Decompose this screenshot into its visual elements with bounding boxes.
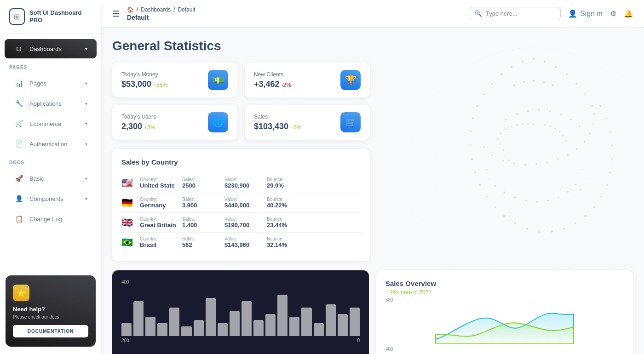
country-col-name: Country: United State (140, 177, 177, 189)
sidebar-item-pages[interactable]: 📊 Pages ▾ (5, 74, 97, 93)
sidebar-item-changelog[interactable]: 📋 Change Log (5, 209, 97, 228)
svg-point-79 (523, 81, 525, 83)
country-col-sales: Sales: 562 (182, 236, 219, 248)
svg-point-42 (502, 160, 504, 162)
chevron-down-icon: ▾ (85, 121, 87, 126)
svg-point-1 (434, 75, 633, 274)
svg-point-29 (574, 222, 576, 224)
stat-change-clients: -2% (282, 82, 291, 88)
documentation-button[interactable]: DOCUMENTATION (13, 325, 88, 337)
svg-point-48 (567, 154, 569, 156)
bar (206, 298, 216, 336)
breadcrumb-separator2: / (173, 6, 175, 13)
components-icon: 👤 (14, 194, 24, 204)
sidebar-item-dashboards[interactable]: ⊟ Dashboards ▾ (5, 39, 97, 58)
sidebar-item-ecommerce[interactable]: 🛒 Ecommerce ▾ (5, 114, 97, 133)
bar (230, 311, 240, 336)
sidebar-nav: ⊟ Dashboards ▾ PAGES 📊 Pages ▾ 🔧 Applica… (0, 34, 101, 268)
country-col-sales: Sales: 2500 (182, 177, 219, 189)
country-col-bounce: Bounce: 40.22% (267, 197, 304, 209)
search-box[interactable]: 🔍 (469, 7, 561, 20)
breadcrumb-separator: / (137, 6, 138, 13)
signin-button[interactable]: 👤 Sign in (568, 9, 603, 18)
logo-icon: ⊞ (9, 8, 25, 25)
bottom-charts-row: 400 200 0 Sales Overview ↑ 4% more in 20… (112, 270, 633, 354)
svg-point-2 (533, 58, 535, 60)
svg-point-57 (538, 109, 540, 111)
svg-point-64 (514, 196, 516, 198)
basic-icon: 🚀 (14, 173, 24, 183)
trophy-icon: 🏆 (340, 70, 361, 90)
svg-point-4 (555, 66, 557, 69)
svg-point-38 (605, 117, 607, 120)
bar (277, 295, 288, 336)
svg-point-19 (474, 171, 476, 174)
svg-point-77 (542, 81, 545, 83)
svg-point-80 (513, 84, 516, 86)
applications-icon: 🔧 (14, 98, 24, 108)
sidebar-item-label: Basic (29, 175, 80, 182)
sidebar: ⊞ Soft UI Dashboard PRO ⊟ Dashboards ▾ P… (0, 0, 101, 354)
country-col-value: Value: $440,000 (224, 197, 261, 209)
settings-button[interactable]: ⚙ (610, 9, 616, 18)
chevron-down-icon: ▾ (85, 196, 87, 201)
nav-section-docs: DOCS (0, 154, 101, 168)
stat-change-sales: +5% (290, 124, 301, 131)
help-box-title: Need help? (13, 306, 88, 313)
sidebar-item-authentication[interactable]: 📄 Authentication ▾ (5, 134, 97, 154)
svg-point-92 (508, 160, 510, 161)
svg-point-14 (476, 105, 478, 107)
stat-card-info-clients: New Clients +3,462 -2% (254, 71, 291, 89)
bar (181, 326, 191, 336)
chevron-down-icon: ▾ (85, 81, 87, 86)
svg-point-67 (547, 200, 549, 202)
table-row: 🇧🇷 Country: Brasil Sales: 562 Value: $14… (121, 233, 361, 252)
svg-point-17 (469, 144, 472, 147)
sidebar-item-components[interactable]: 👤 Components ▾ (5, 189, 97, 208)
breadcrumb-dashboards: Dashboards (141, 6, 171, 13)
flag-gb: 🇬🇧 (121, 217, 134, 228)
svg-point-30 (584, 215, 586, 217)
breadcrumb-default: Default (178, 6, 195, 13)
chart-y-label-0: 0 (357, 338, 360, 343)
sidebar-item-label: Pages (29, 80, 80, 87)
bar (350, 308, 360, 336)
bar (218, 323, 228, 336)
svg-point-97 (562, 135, 564, 137)
country-col-sales: Sales: 3.900 (182, 197, 219, 209)
sidebar-item-applications[interactable]: 🔧 Applications ▾ (5, 94, 97, 113)
overview-y-label-500: 500 (385, 297, 393, 303)
country-col-bounce: Bounce: 29.9% (267, 177, 304, 189)
bar (289, 317, 299, 336)
overview-y-label-400: 400 (385, 347, 624, 352)
table-row: 🇺🇸 Country: United State Sales: 2500 Val… (121, 173, 361, 193)
svg-point-84 (516, 124, 518, 126)
chart-y-label-400: 400 (121, 280, 129, 285)
sidebar-item-basic[interactable]: 🚀 Basic ▾ (5, 169, 97, 188)
svg-point-73 (581, 169, 582, 170)
sidebar-item-label: Dashboards (29, 46, 80, 52)
svg-point-37 (609, 131, 611, 133)
svg-point-23 (503, 215, 506, 217)
svg-point-90 (502, 149, 504, 151)
stat-card-users: Today's Users 2,300 +3% 🌐 (112, 105, 237, 140)
nav-section-pages: PAGES (0, 59, 101, 73)
stat-value-sales: $103,430 (254, 122, 288, 131)
svg-point-16 (470, 131, 472, 133)
search-input[interactable] (486, 10, 555, 17)
svg-point-49 (576, 148, 578, 150)
gear-icon: ⚙ (610, 9, 616, 18)
svg-point-40 (483, 146, 485, 148)
bar (253, 320, 264, 336)
bar (169, 308, 179, 336)
svg-point-78 (552, 84, 554, 86)
search-icon: 🔍 (475, 10, 482, 17)
chevron-down-icon: ▾ (85, 101, 87, 106)
hamburger-button[interactable]: ☰ (112, 9, 120, 19)
notifications-button[interactable]: 🔔 (624, 9, 633, 18)
sidebar-item-label: Change Log (29, 216, 87, 223)
country-table: 🇺🇸 Country: United State Sales: 2500 Val… (121, 173, 361, 252)
sidebar-item-label: Components (29, 195, 80, 202)
svg-point-45 (535, 163, 537, 165)
svg-point-28 (563, 228, 565, 230)
